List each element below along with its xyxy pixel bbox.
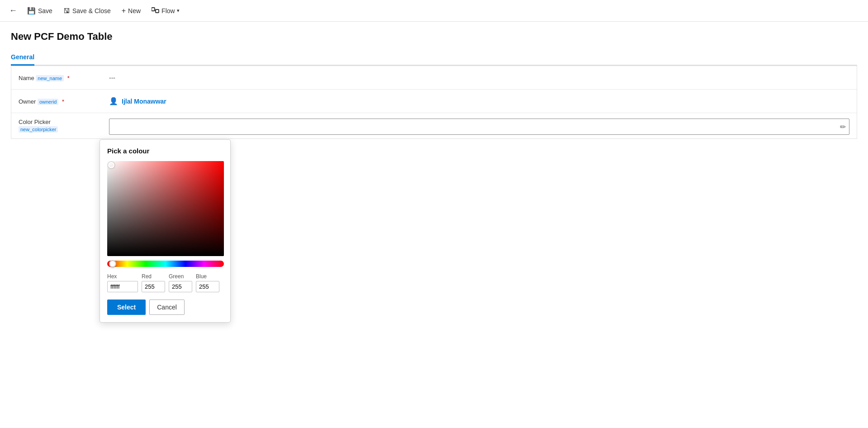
svg-rect-1 xyxy=(156,10,159,13)
name-row: Name new_name * --- xyxy=(11,66,857,90)
person-icon: 👤 xyxy=(109,97,118,105)
owner-label-area: Owner ownerid * xyxy=(19,98,109,105)
main-content: New PCF Demo Table General Name new_name… xyxy=(0,22,868,148)
save-close-icon: 🖫 xyxy=(63,7,70,14)
name-text: --- xyxy=(109,74,115,81)
flow-icon xyxy=(152,7,160,14)
color-label-area: Color Picker new_colorpicker xyxy=(19,119,109,133)
owner-value: 👤 Ijlal Monawwar xyxy=(109,97,849,105)
plus-icon: + xyxy=(122,7,126,15)
color-picker-row: Color Picker new_colorpicker ✏ xyxy=(11,113,857,138)
name-required: * xyxy=(67,75,70,81)
color-picker-title: Pick a colour xyxy=(107,147,223,148)
pen-icon-button[interactable]: ✏ xyxy=(840,123,846,131)
name-label-area: Name new_name * xyxy=(19,74,109,81)
back-button[interactable]: ← xyxy=(5,3,21,18)
tab-general[interactable]: General xyxy=(11,50,34,66)
color-text-input[interactable] xyxy=(109,119,849,135)
name-schema: new_name xyxy=(36,75,64,81)
form-section: Name new_name * --- Owner ownerid * 👤 Ij xyxy=(11,66,857,139)
tab-bar: General xyxy=(11,50,857,66)
color-input-row: ✏ xyxy=(109,119,849,135)
save-close-button[interactable]: 🖫 Save & Close xyxy=(59,4,115,17)
owner-schema: ownerid xyxy=(38,99,59,105)
page-title: New PCF Demo Table xyxy=(11,31,857,43)
color-field-value: ✏ xyxy=(109,119,849,135)
color-schema: new_colorpicker xyxy=(19,126,58,133)
flow-button[interactable]: Flow ▾ xyxy=(147,5,184,17)
save-icon: 💾 xyxy=(27,7,36,15)
name-value: --- xyxy=(109,74,849,81)
chevron-down-icon: ▾ xyxy=(177,8,180,14)
new-button[interactable]: + New xyxy=(117,4,145,18)
save-button[interactable]: 💾 Save xyxy=(23,4,57,18)
svg-rect-0 xyxy=(152,8,155,11)
owner-required: * xyxy=(62,98,64,105)
owner-link[interactable]: Ijlal Monawwar xyxy=(122,98,166,105)
owner-row: Owner ownerid * 👤 Ijlal Monawwar xyxy=(11,90,857,113)
toolbar: ← 💾 Save 🖫 Save & Close + New Flow ▾ xyxy=(0,0,868,22)
color-picker-popup: Pick a colour Hex Red Green Blue Select xyxy=(100,139,231,148)
